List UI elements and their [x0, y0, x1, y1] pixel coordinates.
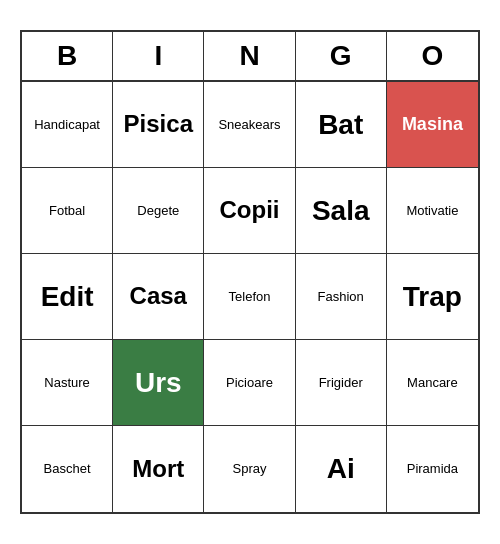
- cell-text-19: Mancare: [407, 375, 458, 391]
- bingo-cell-1: Pisica: [113, 82, 204, 168]
- bingo-card: BINGO HandicapatPisicaSneakearsBatMasina…: [20, 30, 480, 514]
- cell-text-14: Trap: [403, 280, 462, 314]
- bingo-cell-0: Handicapat: [22, 82, 113, 168]
- bingo-cell-19: Mancare: [387, 340, 478, 426]
- bingo-header: BINGO: [22, 32, 478, 82]
- bingo-cell-24: Piramida: [387, 426, 478, 512]
- cell-text-6: Degete: [137, 203, 179, 219]
- bingo-cell-6: Degete: [113, 168, 204, 254]
- bingo-cell-18: Frigider: [296, 340, 387, 426]
- header-letter-b: B: [22, 32, 113, 80]
- bingo-cell-11: Casa: [113, 254, 204, 340]
- cell-text-11: Casa: [130, 282, 187, 311]
- cell-text-24: Piramida: [407, 461, 458, 477]
- cell-text-0: Handicapat: [34, 117, 100, 133]
- cell-text-2: Sneakears: [218, 117, 280, 133]
- header-letter-n: N: [204, 32, 295, 80]
- cell-text-9: Motivatie: [406, 203, 458, 219]
- bingo-cell-21: Mort: [113, 426, 204, 512]
- bingo-cell-14: Trap: [387, 254, 478, 340]
- cell-text-13: Fashion: [318, 289, 364, 305]
- cell-text-16: Urs: [135, 366, 182, 400]
- bingo-cell-13: Fashion: [296, 254, 387, 340]
- bingo-cell-10: Edit: [22, 254, 113, 340]
- cell-text-20: Baschet: [44, 461, 91, 477]
- bingo-cell-9: Motivatie: [387, 168, 478, 254]
- header-letter-i: I: [113, 32, 204, 80]
- cell-text-7: Copii: [219, 196, 279, 225]
- bingo-cell-17: Picioare: [204, 340, 295, 426]
- cell-text-23: Ai: [327, 452, 355, 486]
- header-letter-g: G: [296, 32, 387, 80]
- bingo-cell-22: Spray: [204, 426, 295, 512]
- cell-text-4: Masina: [402, 114, 463, 136]
- bingo-cell-8: Sala: [296, 168, 387, 254]
- bingo-cell-15: Nasture: [22, 340, 113, 426]
- bingo-cell-23: Ai: [296, 426, 387, 512]
- cell-text-1: Pisica: [124, 110, 193, 139]
- bingo-cell-20: Baschet: [22, 426, 113, 512]
- cell-text-22: Spray: [233, 461, 267, 477]
- bingo-cell-2: Sneakears: [204, 82, 295, 168]
- cell-text-5: Fotbal: [49, 203, 85, 219]
- header-letter-o: O: [387, 32, 478, 80]
- bingo-cell-16: Urs: [113, 340, 204, 426]
- bingo-cell-5: Fotbal: [22, 168, 113, 254]
- bingo-cell-12: Telefon: [204, 254, 295, 340]
- cell-text-12: Telefon: [229, 289, 271, 305]
- bingo-cell-3: Bat: [296, 82, 387, 168]
- cell-text-8: Sala: [312, 194, 370, 228]
- cell-text-21: Mort: [132, 455, 184, 484]
- cell-text-10: Edit: [41, 280, 94, 314]
- cell-text-17: Picioare: [226, 375, 273, 391]
- cell-text-3: Bat: [318, 108, 363, 142]
- bingo-grid: HandicapatPisicaSneakearsBatMasinaFotbal…: [22, 82, 478, 512]
- bingo-cell-4: Masina: [387, 82, 478, 168]
- cell-text-18: Frigider: [319, 375, 363, 391]
- cell-text-15: Nasture: [44, 375, 90, 391]
- bingo-cell-7: Copii: [204, 168, 295, 254]
